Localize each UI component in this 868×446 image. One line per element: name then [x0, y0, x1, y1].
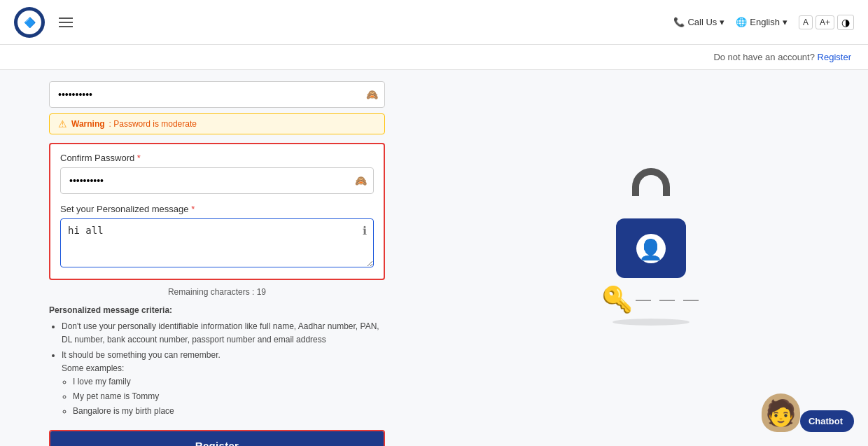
- register-link[interactable]: Register: [818, 52, 851, 62]
- chatbot-label: Chatbot: [808, 416, 843, 426]
- personalized-textarea-wrap: hi all ℹ: [60, 218, 374, 270]
- confirm-password-label: Confirm Password *: [60, 153, 374, 163]
- examples-label: Some examples:: [62, 363, 124, 373]
- chatbot-avatar-wrap: 🧑: [762, 393, 800, 432]
- warning-box: ⚠ Warning : Password is moderate: [49, 113, 385, 134]
- font-small-button[interactable]: A: [799, 15, 813, 29]
- main-content: 🙈 ⚠ Warning : Password is moderate Confi…: [0, 70, 868, 446]
- password-field-wrap: 🙈: [49, 81, 385, 108]
- lock-body: 👤: [616, 218, 686, 278]
- red-section: Confirm Password * 🙈 Set your Personaliz…: [49, 143, 385, 280]
- lock-shadow: [612, 319, 690, 326]
- criteria-item-2: It should be something you can remember.…: [62, 349, 385, 419]
- left-panel: 🙈 ⚠ Warning : Password is moderate Confi…: [0, 70, 434, 446]
- lock-shackle: [632, 168, 670, 196]
- key-icon: 🔑: [601, 285, 633, 314]
- lock-face: 👤: [636, 234, 666, 263]
- chatbot-wrap: 🧑 Chatbot: [762, 393, 854, 432]
- chatbot-avatar: 🧑: [762, 393, 800, 432]
- font-controls: A A+ ◑: [799, 15, 854, 30]
- example-2: My pet name is Tommy: [73, 390, 385, 403]
- example-3: Bangalore is my birth place: [73, 405, 385, 418]
- language-selector[interactable]: 🌐 English ▾: [736, 17, 788, 27]
- user-icon: 👤: [638, 238, 663, 261]
- header-right: 📞 Call Us ▾ 🌐 English ▾ A A+ ◑: [673, 15, 854, 30]
- register-button[interactable]: Register: [50, 431, 384, 447]
- confirm-password-input[interactable]: [60, 167, 374, 194]
- language-label: English: [750, 17, 780, 27]
- phone-icon: 📞: [673, 17, 685, 27]
- criteria-section: Personalized message criteria: Don't use…: [49, 304, 385, 419]
- password-eye-icon[interactable]: 🙈: [366, 89, 378, 100]
- confirm-eye-icon[interactable]: 🙈: [355, 175, 367, 186]
- warning-text: : Password is moderate: [109, 119, 197, 129]
- confirm-input-wrap: 🙈: [60, 167, 374, 194]
- no-account-text: Do not have an account?: [713, 52, 815, 62]
- warning-label: Warning: [71, 119, 105, 129]
- confirm-password-required: *: [134, 153, 141, 163]
- chatbot-widget: 🧑 Chatbot: [762, 393, 854, 432]
- criteria-list: Don't use your personally identifiable i…: [49, 320, 385, 418]
- call-us-chevron: ▾: [720, 17, 724, 27]
- register-button-wrap: Register: [49, 430, 385, 447]
- logo: [14, 7, 45, 38]
- examples-list: I love my family My pet name is Tommy Ba…: [62, 375, 385, 419]
- call-us-label: Call Us: [687, 17, 717, 27]
- call-us-button[interactable]: 📞 Call Us ▾: [673, 17, 724, 27]
- personalized-textarea[interactable]: hi all: [60, 218, 374, 267]
- header-left: [14, 7, 76, 38]
- lock-container: 👤: [616, 190, 686, 278]
- right-panel: 👤 🔑 — — —: [434, 70, 868, 446]
- header: 📞 Call Us ▾ 🌐 English ▾ A A+ ◑: [0, 0, 868, 45]
- info-icon[interactable]: ℹ: [363, 224, 367, 237]
- personalized-required: *: [189, 204, 195, 214]
- sub-header: Do not have an account? Register: [0, 45, 868, 70]
- hamburger-menu[interactable]: [56, 15, 76, 30]
- warning-icon: ⚠: [58, 118, 67, 130]
- personalized-label: Set your Personalized message *: [60, 204, 374, 214]
- password-input[interactable]: [49, 81, 385, 108]
- font-large-button[interactable]: A+: [816, 15, 834, 29]
- form-container: 🙈 ⚠ Warning : Password is moderate Confi…: [35, 70, 399, 446]
- contrast-button[interactable]: ◑: [837, 15, 854, 30]
- key-row: 🔑 — — —: [601, 285, 701, 314]
- logo-inner: [18, 11, 41, 34]
- lock-illustration: 👤 🔑 — — —: [601, 190, 701, 326]
- key-dots: — — —: [636, 291, 701, 309]
- criteria-item-1: Don't use your personally identifiable i…: [62, 320, 385, 347]
- remaining-chars: Remaining characters : 19: [49, 287, 385, 297]
- example-1: I love my family: [73, 375, 385, 389]
- criteria-title: Personalized message criteria:: [49, 304, 385, 317]
- globe-icon: 🌐: [736, 17, 747, 27]
- language-chevron: ▾: [783, 17, 788, 27]
- chatbot-button[interactable]: Chatbot: [800, 410, 854, 432]
